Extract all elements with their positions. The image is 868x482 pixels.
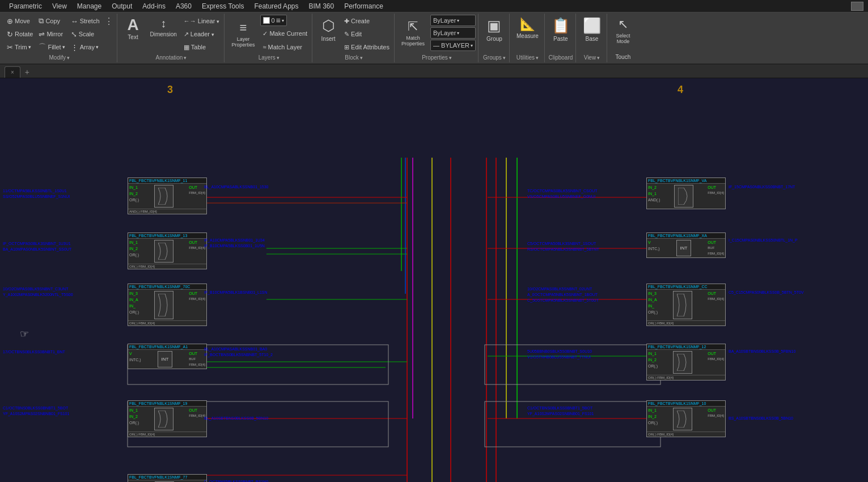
- array-button[interactable]: ⋮ Array ▾: [69, 41, 102, 53]
- match-properties-button[interactable]: ⇱ MatchProperties: [398, 17, 428, 49]
- prop-bylayer2-dropdown[interactable]: ByLayer ▾: [430, 27, 476, 39]
- prop-bylayer3-dropdown[interactable]: — BYLAYER ▾: [430, 40, 476, 51]
- annotation-label[interactable]: Annotation▾: [121, 54, 222, 61]
- dimension-button[interactable]: ↕ Dimension: [147, 15, 180, 40]
- layer-number-dropdown[interactable]: 0 ≡ ▾: [260, 15, 286, 26]
- linear-button[interactable]: ←→ Linear ▾: [181, 15, 222, 27]
- edit-attributes-button[interactable]: ⊞Edit Attributes: [342, 41, 392, 53]
- ribbon-group-groups: ▣ Group Groups▾: [480, 14, 510, 62]
- wire-label-r13: BA_A10SBTBNS0BLKSS0B_5FBN10: [729, 349, 795, 353]
- wire-label-5: BA_A10MPAS0NBLK5SNBNT_SS0UT: [3, 247, 71, 251]
- layer-color-swatch: [263, 17, 270, 24]
- ribbon-group-clipboard: 📋 Paste Clipboard: [546, 14, 576, 62]
- create-button[interactable]: ✚Create: [342, 15, 392, 27]
- wire-label-21: C_OCTBNS5BLKSS0BNBT_BS1N0: [204, 480, 268, 482]
- logic-block-3: FBL_FBCTBVFNBLK1SNMF_70C IN_3 IN_A IN_ O…: [128, 284, 207, 326]
- menu-view[interactable]: View: [48, 1, 71, 11]
- ribbon-group-modify: ⊕ Move ↻ Rotate ✂ Trim ▾ ⧉ Copy ⇌ Mirror…: [2, 14, 117, 62]
- leader-button[interactable]: ↗ Leader ▾: [181, 28, 222, 40]
- wire-label-8: 10/O2CMPAS0BLK5SNBNT_C3UNT: [3, 287, 68, 291]
- match-layer-button[interactable]: ≈Match Layer: [260, 41, 310, 53]
- touch-label: Touch: [615, 53, 632, 61]
- layer-number-value: 0: [271, 17, 274, 24]
- ribbon-group-utilities: 📐 Measure Utilities▾: [511, 14, 545, 62]
- menu-bar: Parametric View Manage Output Add-ins A3…: [0, 0, 868, 12]
- wire-label-r2: VS/O5CMPAS0BLU5SNBNEF_G0NUI: [527, 195, 595, 198]
- logic-block-r3: FBL_FBCTBVFNBLK1SNMF_CC IN_3 IN_A IN_ OR…: [646, 284, 726, 326]
- select-mode-button[interactable]: ↖ SelectMode: [611, 15, 636, 46]
- logic-block-1: FBL_FBCTBVFNBLK1SNMF_11 IN_1 IN_2 OR(.) …: [128, 177, 207, 214]
- groups-label[interactable]: Groups▾: [482, 54, 507, 61]
- block-label[interactable]: Block▾: [316, 54, 392, 61]
- wire-label-r12: V1/O5TNHB0BLU55NBNBT_7TNUI: [527, 355, 591, 359]
- grid-marker-3: 3: [167, 84, 173, 96]
- paste-button[interactable]: 📋 Paste: [548, 15, 573, 44]
- wire-label-r8: A_0OCTCMPA5NBLK5SNBNT_1BOUT: [527, 293, 598, 297]
- wire-label-r16: BS_A10SBTBNS0BLKSS0B_5BN10: [729, 416, 793, 420]
- wire-label-4: IF_OCTCMPAS0BLK3SNBNT_1U3U1: [3, 242, 71, 246]
- wire-label-11: 17/OCTBNS0BLKSS0BNBT1_BNT: [3, 350, 65, 354]
- text-button[interactable]: A Text: [121, 15, 146, 43]
- ribbon-group-block: ⬡ Insert ✚Create ✎Edit ⊞Edit Attributes …: [314, 14, 395, 62]
- base-button[interactable]: ⬜ Base: [579, 15, 604, 44]
- layers-label[interactable]: Layers▾: [228, 54, 310, 61]
- table-button[interactable]: ▦ Table: [181, 41, 222, 53]
- grid-marker-4: 4: [678, 84, 683, 96]
- wire-label-r6: I_C15CMPAS0NBLKSS50NBTL_1N_P: [729, 238, 798, 242]
- fillet-button[interactable]: ⌒ Fillet ▾: [36, 41, 67, 53]
- menu-performance[interactable]: Performance: [340, 1, 388, 11]
- menu-featured[interactable]: Featured Apps: [249, 1, 303, 11]
- tab-strip: × +: [0, 65, 868, 78]
- rotate-button[interactable]: ↻ Rotate: [5, 28, 35, 40]
- app-icon[interactable]: [851, 2, 863, 11]
- wire-label-15: YF_A10S2MPAS02SNBNB01_FS101: [3, 412, 69, 416]
- menu-a360[interactable]: A360: [171, 1, 196, 11]
- edit-block-button[interactable]: ✎Edit: [342, 28, 392, 40]
- layer-properties-button[interactable]: ≡ LayerProperties: [228, 18, 258, 50]
- add-tab-button[interactable]: +: [22, 66, 33, 78]
- menu-parametric[interactable]: Parametric: [5, 1, 46, 11]
- properties-label[interactable]: Properties▾: [398, 54, 476, 61]
- modify-extra[interactable]: ⋮: [103, 15, 115, 28]
- menu-express[interactable]: Express Tools: [197, 1, 248, 11]
- ribbon-group-properties: ⇱ MatchProperties ByLayer ▾ ByLayer ▾ — …: [396, 14, 479, 62]
- prop-bylayer-dropdown[interactable]: ByLayer ▾: [430, 15, 476, 26]
- scale-button[interactable]: ⤡ Scale: [69, 28, 102, 40]
- clipboard-label: Clipboard: [548, 54, 573, 61]
- wire-label-r14: C1/OCTBNS0BLKSS0BNBT1_5BOT: [527, 406, 592, 410]
- wire-label-r5: RS/OCTCMPA5NBLK5SNBNBT_5BTNT: [527, 247, 599, 251]
- ribbon-group-select: ↖ SelectMode Touch: [608, 14, 638, 62]
- group-button[interactable]: ▣ Group: [482, 15, 507, 44]
- utilities-label[interactable]: Utilities▾: [513, 54, 542, 61]
- menu-manage[interactable]: Manage: [73, 1, 106, 11]
- wire-label-14: C1/OCTBNS0BLKSS0BNBT1_5BOT: [3, 406, 68, 410]
- measure-button[interactable]: 📐 Measure: [513, 15, 542, 41]
- logic-block-4: FBL_FBCTBVFNBLK1SNMF_A1 V INTC,) INT OUT…: [128, 344, 207, 369]
- wire-label-2: SS/O52MPAS0BLU5SNBNEF_S1NUI: [3, 195, 70, 198]
- menu-bim360[interactable]: BIM 360: [304, 1, 338, 11]
- wire-label-r9: C_5O5TCMPA5NBLK5SNBNBT_5T0UT: [527, 298, 599, 302]
- wire-label-13: IF_BOCTBNS0BLK5SNBNBT_5T10_2: [204, 353, 273, 357]
- logic-block-5: FBL_FBCTBVFNBLK1SNMF_19 IN_1 IN_2 OR(.) …: [128, 400, 207, 437]
- drawing-tab[interactable]: ×: [5, 66, 20, 78]
- trim-button[interactable]: ✂ Trim ▾: [5, 41, 35, 53]
- wire-label-r4: C5/OCTCMPA50BLK3SNBNT_1SOUT: [527, 242, 596, 246]
- logic-block-r2: FBL_FBCTBVFNBLK1SNMF_XA V INTC,) INT OUT…: [646, 232, 726, 258]
- wire-label-7: IF_B10CMPA5BLKSS0B01_1U5N: [204, 244, 265, 248]
- view-label[interactable]: View▾: [579, 54, 604, 61]
- ribbon-group-layers: ≡ LayerProperties 0 ≡ ▾ ✓Make Current: [226, 14, 312, 62]
- menu-output[interactable]: Output: [107, 1, 137, 11]
- stretch-button[interactable]: ↔ Stretch: [69, 15, 102, 27]
- wire-label-r7: 10/O2CMPAS0BLK5SNBNT_02UNT: [527, 287, 592, 291]
- make-current-button[interactable]: ✓Make Current: [260, 27, 310, 40]
- mirror-button[interactable]: ⇌ Mirror: [36, 28, 67, 40]
- modify-label[interactable]: Modify▾: [5, 54, 115, 61]
- copy-button[interactable]: ⧉ Copy: [36, 15, 67, 27]
- move-button[interactable]: ⊕ Move: [5, 15, 35, 27]
- insert-button[interactable]: ⬡ Insert: [316, 15, 341, 44]
- menu-addins[interactable]: Add-ins: [138, 1, 170, 11]
- ribbon-group-annotation: A Text ↕ Dimension ←→ Linear ▾ ↗ Leader …: [118, 14, 225, 62]
- logic-block-r5: FBL_FBCTBVFNBLK1SNMF_10 IN_1 IN_2 OR(.) …: [646, 400, 726, 437]
- tab-close-btn[interactable]: ×: [11, 69, 14, 75]
- ribbon-group-view: ⬜ Base View▾: [577, 14, 607, 62]
